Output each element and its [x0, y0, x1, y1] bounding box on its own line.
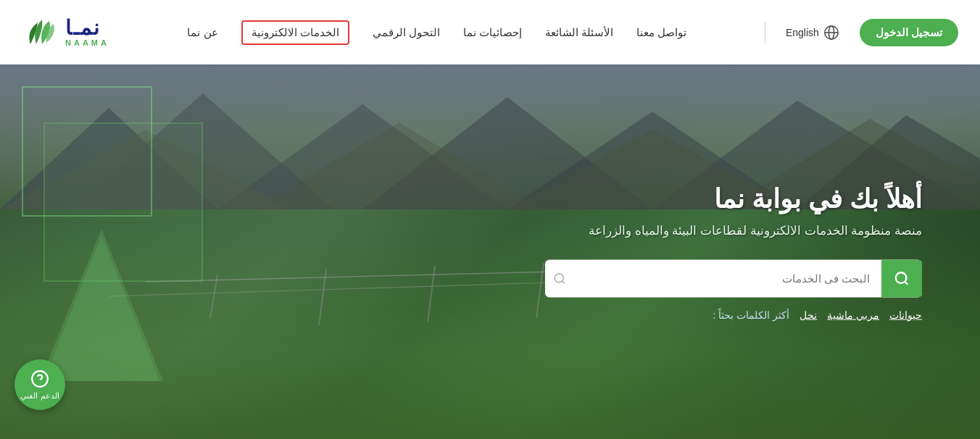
- nav-links: تواصل معنا الأسئلة الشائعة إحصائيات نما …: [187, 20, 686, 45]
- support-icon: [30, 369, 49, 388]
- navbar: تسجيل الدخول English تواصل معنا الأسئلة …: [0, 0, 980, 64]
- support-label: الدعم الفني: [20, 391, 59, 401]
- search-bar: [545, 259, 922, 297]
- geo-arrow: [43, 236, 159, 381]
- logo-arabic: نمـا: [65, 18, 101, 38]
- language-switcher[interactable]: English: [786, 25, 839, 41]
- hero-title: أهلاً بك في بوابة نما: [545, 183, 922, 214]
- svg-point-21: [896, 272, 907, 283]
- nav-item-eservices[interactable]: الخدمات الالكترونية: [241, 20, 349, 45]
- support-button[interactable]: الدعم الفني: [14, 359, 65, 410]
- svg-line-24: [562, 280, 564, 283]
- nav-item-stats[interactable]: إحصائيات نما: [463, 26, 522, 39]
- logo-english: NAAMA: [65, 38, 109, 47]
- hero-subtitle: منصة منظومة الخدمات الالكترونية لقطاعات …: [545, 222, 922, 238]
- popular-tag-livestock[interactable]: مربي ماشية: [827, 309, 879, 320]
- popular-tag-animals[interactable]: حيوانات: [889, 309, 922, 320]
- nav-item-faq[interactable]: الأسئلة الشائعة: [545, 26, 613, 39]
- logo-icon: [22, 14, 59, 51]
- login-button[interactable]: تسجيل الدخول: [860, 19, 958, 46]
- hero-section: أهلاً بك في بوابة نما منصة منظومة الخدما…: [0, 64, 980, 439]
- popular-searches: حيوانات مربي ماشية نحل أكثر الكلمات بحثا…: [545, 309, 922, 320]
- popular-tag-bees[interactable]: نحل: [800, 309, 817, 320]
- search-icon: [894, 270, 910, 286]
- svg-line-22: [905, 281, 908, 284]
- svg-point-23: [555, 273, 563, 282]
- logo: نمـا NAAMA: [22, 14, 109, 51]
- search-icon-right: [545, 259, 574, 297]
- popular-label: أكثر الكلمات بحثاً :: [713, 309, 790, 320]
- lang-label: English: [786, 27, 819, 38]
- nav-item-contact[interactable]: تواصل معنا: [636, 26, 686, 39]
- search-input[interactable]: [574, 272, 881, 285]
- nav-item-digital[interactable]: التحول الرقمي: [373, 26, 440, 39]
- logo-text: نمـا NAAMA: [65, 18, 109, 47]
- navbar-right: تسجيل الدخول English: [765, 19, 958, 46]
- search-submit-button[interactable]: [881, 259, 922, 297]
- nav-divider: [765, 22, 765, 43]
- globe-icon: [823, 25, 839, 41]
- nav-item-about[interactable]: عن نما: [187, 26, 217, 39]
- hero-content: أهلاً بك في بوابة نما منصة منظومة الخدما…: [545, 183, 922, 320]
